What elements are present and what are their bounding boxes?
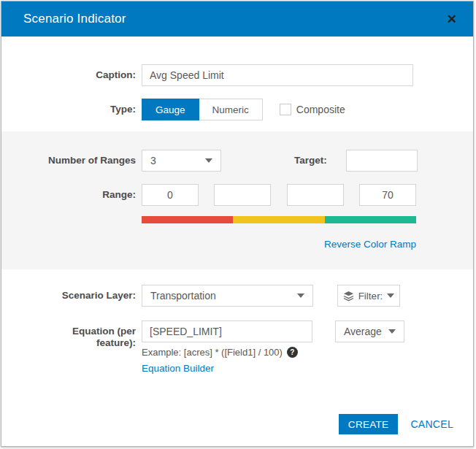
equation-label: Equation (per feature): bbox=[1, 321, 136, 349]
type-option-numeric[interactable]: Numeric bbox=[199, 99, 263, 120]
number-of-ranges-label: Number of Ranges bbox=[1, 155, 136, 166]
color-ramp bbox=[142, 216, 416, 223]
chevron-down-icon bbox=[388, 329, 396, 334]
ramp-segment-red bbox=[142, 216, 233, 223]
scenario-layer-dropdown[interactable]: Transportation bbox=[142, 285, 313, 307]
dialog-footer: CREATE CANCEL bbox=[339, 414, 453, 434]
caption-input[interactable] bbox=[142, 64, 413, 86]
chevron-down-icon bbox=[205, 158, 212, 163]
scenario-layer-label: Scenario Layer: bbox=[1, 290, 136, 302]
create-button[interactable]: CREATE bbox=[339, 414, 399, 434]
aggregate-dropdown[interactable]: Average bbox=[335, 321, 404, 342]
filter-dropdown[interactable]: Filter: bbox=[337, 285, 400, 307]
filter-label: Filter: bbox=[358, 291, 383, 302]
range-input-4[interactable] bbox=[359, 184, 416, 206]
target-label: Target: bbox=[294, 155, 327, 166]
aggregate-value: Average bbox=[344, 326, 382, 337]
layers-icon bbox=[343, 291, 354, 302]
number-of-ranges-dropdown[interactable]: 3 bbox=[142, 150, 221, 172]
range-input-2[interactable] bbox=[214, 184, 271, 206]
ramp-segment-teal bbox=[325, 216, 416, 223]
reverse-ramp-row: Reverse Color Ramp bbox=[1, 237, 473, 250]
type-label: Type: bbox=[1, 104, 136, 115]
composite-label: Composite bbox=[296, 104, 345, 115]
close-icon[interactable]: ✕ bbox=[445, 12, 458, 27]
composite-checkbox[interactable] bbox=[280, 104, 291, 115]
type-row: Type: Gauge Numeric Composite bbox=[1, 99, 473, 120]
range-input-1[interactable] bbox=[142, 184, 199, 206]
equation-row: Equation (per feature): Average Example:… bbox=[1, 321, 473, 375]
equation-input[interactable] bbox=[142, 321, 312, 342]
range-input-3[interactable] bbox=[287, 184, 344, 206]
ranges-panel: Number of Ranges 3 Target: Range: bbox=[1, 131, 473, 269]
dialog-header: Scenario Indicator ✕ bbox=[1, 1, 473, 37]
reverse-color-ramp-link[interactable]: Reverse Color Ramp bbox=[324, 239, 416, 250]
type-segmented-control: Gauge Numeric bbox=[142, 99, 263, 120]
ramp-segment-yellow bbox=[233, 216, 324, 223]
range-label: Range: bbox=[1, 189, 136, 201]
equation-example: Example: [acres] * ([Field1] / 100) ? bbox=[142, 347, 404, 358]
color-ramp-row bbox=[1, 216, 473, 223]
range-inputs bbox=[142, 184, 416, 206]
caption-row: Caption: bbox=[1, 64, 473, 86]
scenario-indicator-dialog: Scenario Indicator ✕ Caption: Type: Gaug… bbox=[1, 1, 474, 447]
number-of-ranges-value: 3 bbox=[150, 155, 156, 166]
equation-builder-link[interactable]: Equation Builder bbox=[142, 363, 214, 374]
cancel-button[interactable]: CANCEL bbox=[410, 418, 453, 430]
dialog-title: Scenario Indicator bbox=[23, 12, 126, 26]
scenario-layer-value: Transportation bbox=[150, 290, 216, 302]
target-input[interactable] bbox=[346, 150, 418, 172]
type-option-gauge[interactable]: Gauge bbox=[142, 99, 199, 120]
caption-label: Caption: bbox=[1, 69, 136, 81]
chevron-down-icon bbox=[297, 293, 304, 298]
number-of-ranges-row: Number of Ranges 3 Target: bbox=[1, 150, 473, 172]
range-row: Range: bbox=[1, 184, 473, 206]
help-icon[interactable]: ? bbox=[287, 347, 298, 358]
chevron-down-icon bbox=[387, 293, 394, 298]
scenario-layer-row: Scenario Layer: Transportation Filter: bbox=[1, 285, 473, 307]
